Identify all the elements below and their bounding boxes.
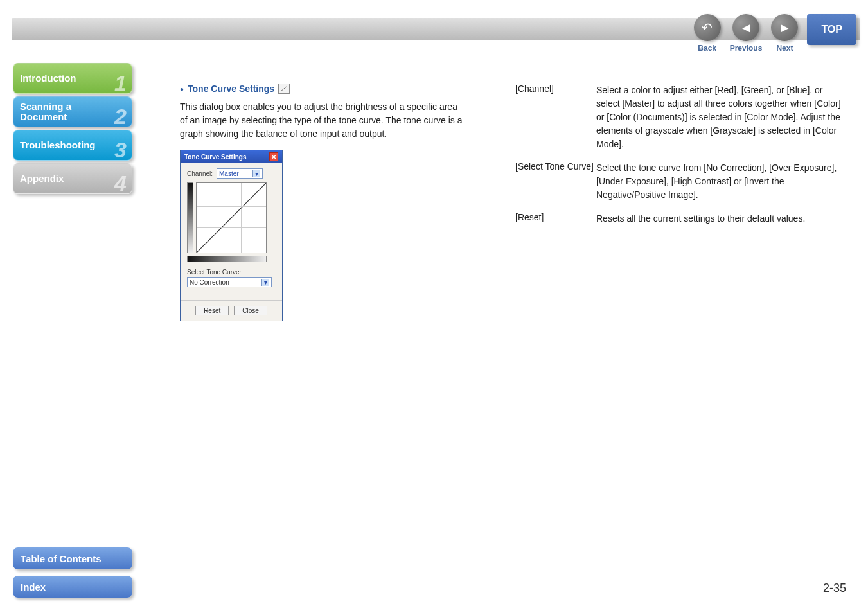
sidebar-item-label: Scanning a Document [20, 102, 71, 123]
sidebar-item-num: 2 [114, 104, 127, 129]
definition-desc: Select a color to adjust either [Red], [… [596, 84, 842, 151]
main-content: Tone Curve Settings This dialog box enab… [180, 84, 842, 321]
vertical-gradient-bar [187, 182, 193, 253]
previous-icon: ◄ [732, 14, 759, 41]
tone-curve-graph[interactable] [196, 182, 267, 253]
select-tone-curve-label: Select Tone Curve: [187, 269, 276, 276]
nav-previous[interactable]: ◄ Previous [730, 14, 763, 53]
definition-term: [Channel] [515, 84, 596, 151]
nav-top[interactable]: TOP [807, 14, 856, 45]
toc-label: Table of Contents [21, 553, 102, 564]
sidebar-item-introduction[interactable]: Introduction 1 [13, 63, 132, 94]
sidebar-item-num: 3 [114, 138, 127, 163]
sidenav: Introduction 1 Scanning a Document 2 Tro… [13, 63, 139, 197]
definition-desc: Select the tone curve from [No Correctio… [596, 161, 842, 202]
definition-term: [Reset] [515, 212, 596, 226]
sidebar-item-num: 1 [114, 71, 127, 96]
sidebar-item-appendix[interactable]: Appendix 4 [13, 163, 132, 194]
index-button[interactable]: Index [13, 576, 132, 598]
section-heading-text: Tone Curve Settings [188, 84, 274, 94]
definition-row: [Reset] Resets all the current settings … [515, 212, 842, 226]
chevron-down-icon: ▾ [261, 279, 269, 286]
nav-next[interactable]: ► Next [771, 14, 798, 53]
horizontal-gradient-bar [187, 256, 267, 262]
channel-label: Channel: [187, 170, 213, 177]
next-icon: ► [771, 14, 798, 41]
section-heading: Tone Curve Settings [180, 84, 466, 94]
nav-next-label: Next [776, 44, 793, 53]
dialog-title-bar: Tone Curve Settings ✕ [181, 150, 282, 163]
definition-term: [Select Tone Curve] [515, 161, 596, 202]
definition-row: [Select Tone Curve] Select the tone curv… [515, 161, 842, 202]
chevron-down-icon: ▾ [252, 170, 260, 177]
channel-select[interactable]: Master ▾ [217, 168, 263, 179]
channel-value: Master [219, 170, 239, 177]
close-icon[interactable]: ✕ [269, 152, 278, 161]
sidebar-item-label: Appendix [20, 173, 64, 184]
sidebar-item-troubleshooting[interactable]: Troubleshooting 3 [13, 130, 132, 161]
svg-line-0 [197, 183, 266, 253]
tone-curve-icon [278, 84, 290, 94]
reset-button[interactable]: Reset [195, 306, 229, 315]
nav-back-label: Back [698, 44, 716, 53]
index-label: Index [21, 582, 46, 592]
nav-top-label: TOP [821, 24, 842, 35]
nav-previous-label: Previous [730, 44, 763, 53]
bottom-rule [13, 603, 855, 603]
section-paragraph: This dialog box enables you to adjust th… [180, 100, 466, 141]
reset-button-label: Reset [204, 307, 220, 314]
dialog-title: Tone Curve Settings [184, 154, 247, 161]
tone-curve-dialog: Tone Curve Settings ✕ Channel: Master ▾ [180, 150, 283, 321]
select-tone-curve-value: No Correction [190, 279, 229, 286]
toc-button[interactable]: Table of Contents [13, 547, 132, 569]
sidebar-item-scanning[interactable]: Scanning a Document 2 [13, 96, 132, 127]
nav-back[interactable]: ↶ Back [694, 14, 721, 53]
sidebar-item-label: Introduction [20, 73, 76, 84]
select-tone-curve-select[interactable]: No Correction ▾ [187, 277, 272, 287]
definition-desc: Resets all the current settings to their… [596, 212, 805, 226]
sidebar-item-num: 4 [114, 171, 127, 196]
close-button-label: Close [242, 307, 259, 314]
close-button[interactable]: Close [234, 306, 267, 315]
sidebar-item-label: Troubleshooting [20, 140, 96, 151]
back-icon: ↶ [694, 14, 721, 41]
definition-row: [Channel] Select a color to adjust eithe… [515, 84, 842, 151]
page-number: 2-35 [823, 582, 846, 595]
